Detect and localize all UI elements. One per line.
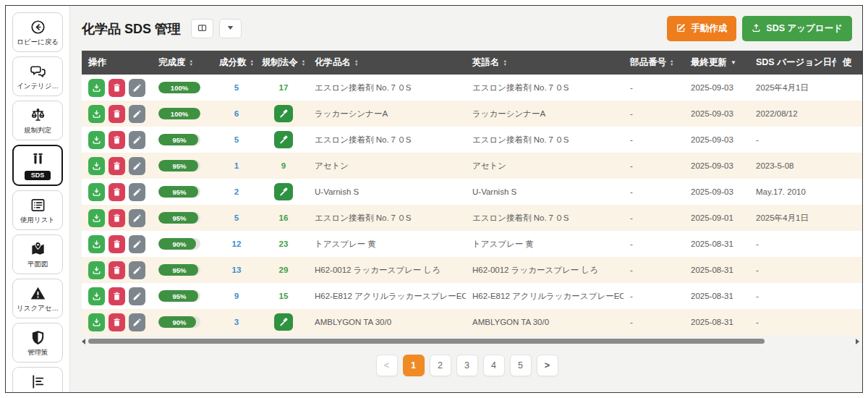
delete-button[interactable] [109, 105, 125, 123]
regulation-count[interactable]: 9 [281, 161, 286, 170]
download-button[interactable] [88, 79, 105, 97]
column-header-6[interactable]: 部品番号▲▼ [624, 56, 684, 69]
scroll-right-arrow-icon[interactable] [856, 339, 859, 344]
edit-button[interactable] [129, 131, 145, 149]
column-header-3[interactable]: 規制法令▲▼ [259, 56, 308, 69]
column-header-7[interactable]: 最終更新▼ [684, 56, 749, 69]
regulation-count[interactable]: 15 [279, 292, 289, 300]
components-count[interactable]: 13 [214, 266, 259, 274]
delete-button[interactable] [109, 209, 125, 227]
components-count-link[interactable]: 5 [234, 213, 239, 222]
sidebar-item-controls[interactable]: 管理策 [12, 323, 63, 363]
column-header-label: 部品番号 [630, 56, 666, 69]
column-settings-button[interactable] [191, 19, 213, 38]
regulation-count[interactable]: 29 [279, 266, 289, 274]
regulation-judge-button[interactable] [274, 105, 293, 122]
sidebar-item-sds[interactable]: SDS [12, 145, 63, 186]
components-count[interactable]: 1 [214, 161, 259, 170]
column-header-2[interactable]: 成分数▲▼ [214, 56, 259, 69]
pencil-icon [132, 109, 142, 119]
download-button[interactable] [88, 209, 105, 227]
edit-button[interactable] [129, 287, 145, 305]
edit-button[interactable] [129, 235, 145, 253]
components-count-link[interactable]: 2 [234, 187, 239, 196]
column-header-5[interactable]: 英語名▲▼ [466, 56, 624, 69]
pagination-next-button[interactable]: > [537, 355, 558, 376]
trash-icon [112, 187, 122, 197]
components-count[interactable]: 6 [214, 109, 259, 118]
download-button[interactable] [88, 235, 105, 253]
edit-button[interactable] [129, 261, 145, 279]
edit-button[interactable] [129, 79, 145, 97]
components-count-link[interactable]: 5 [234, 135, 239, 144]
components-count-link[interactable]: 6 [234, 109, 239, 118]
download-button[interactable] [88, 131, 105, 149]
scroll-left-arrow-icon[interactable] [82, 339, 85, 344]
components-count[interactable]: 5 [214, 83, 259, 92]
edit-button[interactable] [129, 209, 145, 227]
sidebar-item-intelligence[interactable]: インテリジ… [12, 56, 63, 96]
components-count-link[interactable]: 1 [234, 161, 239, 170]
components-count-link[interactable]: 12 [232, 240, 242, 248]
filter-button[interactable] [219, 19, 242, 38]
regulation-count[interactable]: 23 [279, 240, 289, 248]
edit-button[interactable] [129, 157, 145, 175]
components-count[interactable]: 12 [214, 240, 259, 248]
sidebar-item-lobby[interactable]: ロビーに戻る [12, 12, 63, 52]
sds-upload-button[interactable]: SDS アップロード [742, 16, 852, 41]
delete-button[interactable] [109, 131, 125, 149]
sidebar-item-regulation[interactable]: 規制判定 [12, 101, 63, 140]
download-button[interactable] [88, 105, 105, 123]
components-count[interactable]: 9 [214, 292, 259, 300]
components-count[interactable]: 5 [214, 135, 259, 144]
manual-create-button[interactable]: 手動作成 [667, 16, 736, 41]
sidebar-item-risk-assessment[interactable]: リスクアセ… [12, 279, 63, 318]
delete-button[interactable] [109, 261, 125, 279]
download-button[interactable] [88, 287, 105, 305]
completion-progress: 90% [158, 238, 200, 250]
delete-button[interactable] [109, 313, 125, 331]
delete-button[interactable] [109, 287, 125, 305]
sidebar-item-stats-report[interactable]: 統計レポート [12, 367, 63, 393]
components-count-link[interactable]: 5 [234, 83, 239, 92]
download-button[interactable] [88, 313, 105, 331]
pagination-page-3[interactable]: 3 [456, 355, 478, 376]
english-name-text: ラッカーシンナーA [472, 109, 545, 119]
download-button[interactable] [88, 261, 105, 279]
regulation-judge-button[interactable] [274, 183, 293, 200]
pagination-prev-button[interactable]: < [376, 355, 398, 376]
column-header-1[interactable]: 完成度▲▼ [152, 56, 214, 69]
scrollbar-thumb[interactable] [88, 339, 765, 344]
regulation-judge-button[interactable] [274, 131, 293, 148]
components-count-link[interactable]: 9 [234, 292, 239, 300]
download-button[interactable] [88, 183, 105, 201]
regulation-count[interactable]: 16 [279, 213, 289, 222]
delete-button[interactable] [109, 157, 125, 175]
sidebar-item-floor-plan[interactable]: 平面図 [12, 234, 63, 274]
pagination-page-4[interactable]: 4 [483, 355, 505, 376]
components-count[interactable]: 2 [214, 187, 259, 196]
trash-icon [112, 213, 122, 223]
pagination-page-2[interactable]: 2 [430, 355, 451, 376]
components-count[interactable]: 3 [214, 318, 259, 326]
sidebar-item-usage-list[interactable]: 使用リスト [12, 190, 63, 230]
pagination-page-1[interactable]: 1 [403, 355, 425, 376]
delete-button[interactable] [109, 235, 125, 253]
part-number: - [624, 318, 684, 326]
delete-button[interactable] [109, 79, 125, 97]
column-header-8[interactable]: SDS バージョン日付▲▼ [749, 56, 836, 69]
regulation-judge-button[interactable] [274, 313, 293, 331]
download-button[interactable] [88, 157, 105, 175]
components-count-link[interactable]: 3 [234, 318, 239, 326]
table-row: 90%3AMBLYGON TA 30/0AMBLYGON TA 30/0-202… [82, 309, 862, 335]
regulation-count[interactable]: 17 [279, 83, 289, 92]
horizontal-scrollbar[interactable] [82, 337, 859, 345]
column-header-4[interactable]: 化学品名▲▼ [308, 56, 466, 69]
edit-button[interactable] [129, 105, 145, 123]
delete-button[interactable] [109, 183, 125, 201]
pagination-page-5[interactable]: 5 [510, 355, 532, 376]
components-count[interactable]: 5 [214, 213, 259, 222]
components-count-link[interactable]: 13 [232, 266, 242, 274]
edit-button[interactable] [129, 183, 145, 201]
edit-button[interactable] [129, 313, 145, 331]
